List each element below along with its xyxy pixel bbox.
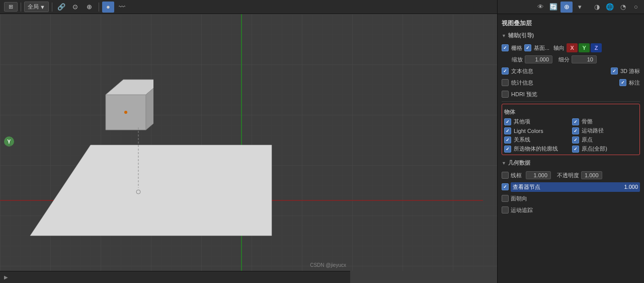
panel-content: 视图叠加层 ▼ 辅助(引导) 栅格 基面... 轴向 X Y: [498, 14, 644, 283]
origin-label: 原点: [582, 136, 593, 144]
z-axis-btn[interactable]: Z: [591, 43, 602, 52]
origin-checkbox[interactable]: [572, 136, 579, 144]
other-checkbox-item: 其他项: [504, 118, 570, 125]
world-btn[interactable]: 🌐: [604, 2, 616, 13]
grid-label: 栅格: [511, 44, 522, 52]
viewer-node-checkbox[interactable]: [502, 183, 509, 190]
wireframe-value: 1.000: [526, 171, 551, 179]
x-axis-btn[interactable]: X: [567, 43, 578, 52]
floor-label: 基面...: [534, 44, 549, 52]
floor-checkbox[interactable]: [524, 44, 531, 51]
geometry-label: 几何数据: [508, 159, 530, 167]
status-text: ▶: [4, 274, 8, 280]
motion-path-checkbox[interactable]: [572, 127, 579, 134]
cube-svg: [98, 64, 153, 135]
dropdown-icon-btn[interactable]: ▾: [574, 2, 586, 13]
light-colors-checkbox-item: Light Colors: [504, 127, 570, 134]
overlay-icon-btn[interactable]: ⊕: [560, 2, 573, 13]
hdri-checkbox[interactable]: [502, 91, 509, 98]
textinfo-row: 文本信息 3D 游标: [502, 66, 640, 76]
opacity-label: 不透明度: [557, 172, 579, 179]
main-container: ⊞ 全局 ▼ 🔗 ⊙ ⊕ ● 〰 Y: [0, 0, 644, 283]
hdri-row: HDRI 预览: [502, 89, 640, 99]
object-label: 物体: [504, 108, 515, 116]
dropdown-arrow: ▼: [40, 4, 45, 10]
top-toolbar: ⊞ 全局 ▼ 🔗 ⊙ ⊕ ● 〰: [0, 0, 497, 14]
viewer-node-label: 查看器节点: [513, 183, 622, 191]
panel-top-icons: 👁 🔄 ⊕ ▾ ◑ 🌐 ◔ ○: [498, 0, 644, 14]
outlines-checkbox-item: 所选物体的轮廓线: [504, 145, 570, 153]
wireframe-checkbox[interactable]: [502, 172, 509, 179]
relations-checkbox-item: 关系线: [504, 136, 570, 144]
scale-label: 缩放: [512, 56, 523, 63]
motion-track-row: 运动追踪: [502, 205, 640, 215]
annotation-checkbox[interactable]: [619, 79, 626, 86]
grid-checkbox[interactable]: [502, 44, 509, 51]
motion-track-label: 运动追踪: [511, 206, 533, 214]
solid-mode-btn[interactable]: ○: [630, 2, 642, 13]
divider1: [502, 101, 640, 102]
game3d-checkbox-item: 3D 游标: [611, 67, 640, 75]
textinfo-checkbox-item: 文本信息: [502, 67, 533, 75]
floor-checkbox-item: 基面...: [524, 44, 549, 52]
viewer-node-value: 1.000: [624, 184, 638, 190]
svg-point-10: [136, 190, 140, 194]
grid-checkbox-item: 栅格: [502, 44, 522, 52]
subdivide-label: 细分: [558, 56, 570, 63]
game3d-label: 3D 游标: [620, 67, 640, 75]
grid-row: 栅格 基面... 轴向 X Y Z: [502, 43, 640, 53]
other-checkbox[interactable]: [504, 118, 511, 125]
viewer-node-blue-row: 查看器节点 1.000: [511, 182, 640, 192]
transform-btn[interactable]: ⊕: [84, 2, 96, 13]
opacity-value: 1.000: [581, 171, 602, 179]
global-label: 全局: [28, 3, 39, 11]
proportional-btn[interactable]: ⊙: [69, 2, 82, 13]
other-label: 其他项: [514, 118, 530, 125]
textinfo-checkbox[interactable]: [502, 67, 509, 75]
hdri-checkbox-item: HDRI 预览: [502, 91, 537, 98]
material-btn[interactable]: ◔: [617, 2, 629, 13]
object-section: 物体 其他项 骨骼 Light Colors: [502, 104, 640, 155]
motion-track-checkbox[interactable]: [502, 206, 509, 214]
stats-label: 统计信息: [511, 79, 533, 87]
stats-checkbox[interactable]: [502, 79, 509, 86]
axis-label: 轴向: [553, 44, 565, 52]
origin-all-label: 原点(全部): [582, 145, 607, 153]
bottom-status-bar: ▶: [0, 271, 350, 283]
bones-checkbox[interactable]: [572, 118, 579, 125]
render-sphere-btn[interactable]: ◑: [591, 2, 603, 13]
wave-btn[interactable]: 〰: [116, 2, 128, 13]
game3d-checkbox[interactable]: [611, 67, 618, 75]
global-mode-btn[interactable]: 全局 ▼: [24, 2, 49, 12]
editor-type-btn[interactable]: ⊞: [4, 2, 18, 12]
viewer-node-row: 查看器节点 1.000: [502, 182, 640, 192]
svg-point-8: [124, 111, 127, 114]
subdivide-value: 10: [572, 55, 597, 63]
viewport-scene: [0, 14, 497, 271]
assist-section-header: ▼ 辅助(引导): [502, 30, 640, 41]
geometry-toggle[interactable]: ▼: [502, 161, 506, 166]
gizmo-icon-btn[interactable]: 🔄: [547, 2, 559, 13]
relations-checkbox[interactable]: [504, 136, 511, 144]
y-axis-btn[interactable]: Y: [579, 43, 590, 52]
xyz-buttons: X Y Z: [567, 43, 602, 52]
geometry-section: ▼ 几何数据 线框 1.000 不透明度 1.000 查看器节点 1.00: [502, 157, 640, 215]
scale-value: 1.000: [525, 55, 552, 63]
snap-btn[interactable]: 🔗: [55, 2, 67, 13]
origin-all-checkbox[interactable]: [572, 146, 579, 153]
outlines-checkbox[interactable]: [504, 146, 511, 153]
face-orient-row: 面朝向: [502, 193, 640, 203]
face-orient-checkbox[interactable]: [502, 195, 509, 202]
motion-path-label: 运动路径: [582, 127, 604, 134]
hdri-label: HDRI 预览: [511, 91, 537, 98]
origin-checkbox-item: 原点: [572, 136, 638, 144]
assist-toggle[interactable]: ▼: [502, 33, 506, 38]
sep3: [99, 3, 99, 12]
textinfo-label: 文本信息: [511, 67, 533, 75]
sep2: [52, 3, 52, 12]
cube: [98, 64, 153, 136]
object-mode-btn[interactable]: ●: [102, 2, 114, 13]
light-colors-checkbox[interactable]: [504, 127, 511, 134]
viewport: ⊞ 全局 ▼ 🔗 ⊙ ⊕ ● 〰 Y: [0, 0, 497, 283]
viewport-shading-icon-btn[interactable]: 👁: [534, 2, 546, 13]
